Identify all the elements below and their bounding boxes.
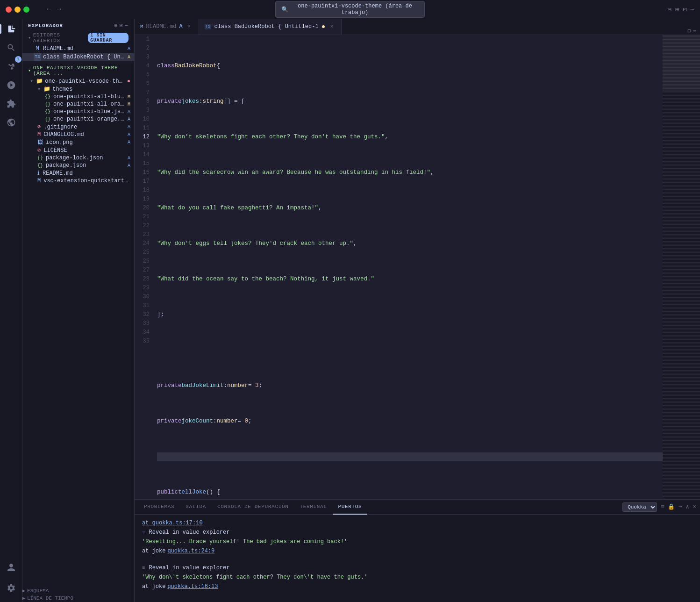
tree-item-icon[interactable]: 🖼 icon.png A [22,138,134,146]
ts-tab-close[interactable]: × [328,23,336,30]
panel-tab-puertos[interactable]: PUERTOS [333,500,368,515]
open-editor-ts[interactable]: TS class BadJokeRobot { Untitle... A [22,53,134,61]
tree-json3-badge: A [128,109,130,115]
new-folder-icon[interactable]: ⊞ [120,22,123,29]
schema-section[interactable]: ▶ ESQUEMA [22,587,134,595]
tree-license-name: LICENSE [43,147,130,154]
panel-lock-icon[interactable]: 🔒 [668,503,675,510]
panel-link-at1[interactable]: quokka.ts:24:9 [167,546,214,556]
panel-clear-icon[interactable]: ≡ [661,504,664,510]
folder-icon-root: 📁 [36,78,43,85]
panel-tab-consola[interactable]: CONSOLA DE DEPURACIÓN [212,500,294,515]
readme-tab-label: README.md [146,23,177,30]
close-button[interactable] [6,7,12,13]
ln-5: 5 [135,71,150,79]
editor-container[interactable]: 1 2 3 4 5 6 7 8 9 10 11 12 13 14 15 16 1 [135,35,700,499]
code-line-4: "Why did the scarecrow win an award? Bec… [157,168,663,177]
tree-item-json4[interactable]: {} one-pauintxi-orange.js... A [22,115,134,123]
open-editors-section[interactable]: ▾ EDITORES ABIERTOS 1 sin guardar [22,30,134,44]
panel-tab-terminal[interactable]: TERMINAL [294,500,332,515]
run-debug-activity-icon[interactable] [3,77,20,93]
ln-25: 25 [135,248,150,257]
timeline-section[interactable]: ▶ LÍNEA DE TIEMPO [22,595,134,602]
minimize-button[interactable] [14,7,21,13]
pkg-icon: {} [37,163,43,168]
open-editor-readme[interactable]: M README.md A [22,44,134,53]
titlebar-center: 🔍 one-pauintxi-vscode-theme (área de tra… [6,1,694,18]
window-controls[interactable] [6,7,29,13]
split-editor-action[interactable]: ⊟ [688,28,691,35]
minimap-thumb[interactable] [663,35,700,91]
tree-item-pkg[interactable]: {} package.json A [22,162,134,169]
tab-ts[interactable]: TS class BadJokeRobot { Untitled-1 ● × [199,19,342,35]
tree-item-pkg-lock[interactable]: {} package-lock.json A [22,154,134,162]
tree-gitignore-name: .gitignore [43,124,126,130]
panel-close-icon[interactable]: × [693,504,696,510]
tree-item-root[interactable]: ▾ 📁 one-pauintxi-vscode-the... ● [22,77,134,85]
panel-output-select[interactable]: Quokka [622,502,657,512]
panel-tab-terminal-label: TERMINAL [300,504,327,509]
tree-item-json2[interactable]: {} one-pauintxi-all-orang... M [22,100,134,108]
root-dot: ● [127,78,130,85]
open-editors-badge: 1 sin guardar [88,33,129,43]
explorer-activity-icon[interactable] [3,21,20,37]
tree-item-themes[interactable]: ▾ 📁 themes [22,85,134,93]
panel-string-1: 'Resetting... Brace yourself! The bad jo… [142,537,347,546]
ln-10: 10 [135,115,150,124]
tree-json3-name: one-pauintxi-blue.json [53,108,126,115]
tree-icon-name: icon.png [46,139,126,146]
reveal-label-1[interactable]: Reveal in value explorer [149,528,230,537]
panel-more-icon[interactable]: ⋯ [679,503,682,510]
icon-png-icon: 🖼 [37,139,43,146]
ln-16: 16 [135,168,150,177]
reveal-label-2[interactable]: Reveal in value explorer [149,563,230,573]
nav-forward-icon[interactable]: → [57,5,62,14]
tree-item-license[interactable]: ⊘ LICENSE [22,146,134,154]
ln-9: 9 [135,106,150,115]
maximize-button[interactable] [23,7,29,13]
more-icon[interactable]: ⋯ [691,6,694,14]
ln-8: 8 [135,97,150,106]
layout-icon[interactable]: ⊞ [675,6,679,14]
remote-activity-icon[interactable] [3,114,20,131]
ln-17: 17 [135,177,150,186]
tree-item-quickstart[interactable]: M vsc-extension-quickstart.md [22,177,134,185]
project-section[interactable]: ▾ ONE-PAUINTXI-VSCODE-THEME (ÁREA ... [22,63,134,77]
tab-readme[interactable]: M README.md A × [135,19,199,35]
panel-up-icon[interactable]: ∧ [686,503,689,510]
code-content[interactable]: class BadJokeRobot { private jokes: stri… [153,35,663,499]
panel-link-1[interactable]: at quokka.ts:17:10 [142,518,203,528]
project-arrow: ▾ [28,68,31,73]
code-line-6: "Why don't eggs tell jokes? They'd crack… [157,239,663,248]
tree-item-json3[interactable]: {} one-pauintxi-blue.json A [22,108,134,115]
changelog-icon: M [37,131,41,138]
more-options-icon[interactable]: ⋯ [125,22,129,29]
tree-json1-badge: M [128,94,130,100]
open-editor-ts-name: class BadJokeRobot { Untitle... [43,54,126,60]
tree-item-json1[interactable]: {} one-pauintxi-all-blue.j... M [22,93,134,100]
ln-30: 30 [135,293,150,301]
tree-item-gitignore[interactable]: ⊘ .gitignore A [22,123,134,131]
source-control-activity-icon[interactable]: 1 [3,58,20,75]
panel-icon[interactable]: ⊡ [683,6,686,14]
search-activity-icon[interactable] [3,39,20,56]
search-bar[interactable]: 🔍 one-pauintxi-vscode-theme (área de tra… [275,1,425,18]
settings-activity-icon[interactable] [3,580,20,596]
new-file-icon[interactable]: ⊕ [114,22,118,29]
account-activity-icon[interactable] [3,559,20,576]
quickstart-icon: M [37,178,41,184]
panel-tab-problems[interactable]: PROBLEMAS [138,500,180,515]
tree-item-readme[interactable]: ℹ README.md [22,169,134,177]
panel-line-reveal1: ≡ Reveal in value explorer [142,528,693,537]
split-editor-icon[interactable]: ⊟ [667,6,671,14]
more-editor-action[interactable]: ⋯ [693,28,696,35]
ln-4: 4 [135,62,150,71]
panel-link-at2[interactable]: quokka.ts:16:13 [167,582,218,591]
ln-31: 31 [135,301,150,310]
tree-item-changelog[interactable]: M CHANGELOG.md A [22,131,134,138]
nav-back-icon[interactable]: ← [47,5,51,14]
panel-tab-salida[interactable]: SALIDA [180,500,212,515]
readme-tab-close[interactable]: × [186,23,193,30]
titlebar: ← → 🔍 one-pauintxi-vscode-theme (área de… [0,0,700,19]
extensions-activity-icon[interactable] [3,95,20,112]
